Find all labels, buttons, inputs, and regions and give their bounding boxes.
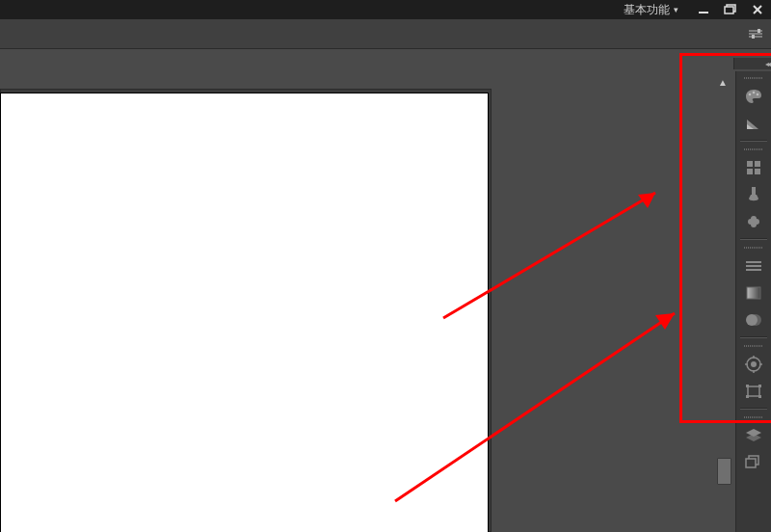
restore-icon — [724, 4, 737, 15]
grid-icon — [746, 160, 761, 175]
swatches-icon — [745, 116, 762, 131]
swatches-panel-button[interactable] — [739, 155, 768, 180]
layers-panel-button[interactable] — [739, 423, 768, 448]
color-panel-button[interactable] — [739, 84, 768, 109]
svg-rect-33 — [746, 385, 749, 387]
maximize-button[interactable] — [717, 0, 744, 19]
dock-separator — [740, 140, 767, 142]
svg-rect-18 — [755, 169, 760, 174]
dock-separator — [740, 336, 767, 338]
dropdown-caret-icon[interactable]: ▾ — [674, 5, 690, 14]
svg-point-10 — [749, 93, 752, 96]
dock-grip-icon[interactable] — [742, 77, 765, 81]
graphic-styles-panel-button[interactable] — [739, 379, 768, 404]
minimize-icon — [698, 4, 709, 15]
options-menu-button[interactable] — [748, 26, 763, 41]
vertical-scrollbar-thumb[interactable] — [717, 458, 731, 485]
transparency-panel-button[interactable] — [739, 307, 768, 332]
stroke-panel-button[interactable] — [739, 253, 768, 279]
artboards-icon — [745, 455, 762, 470]
dock-grip-icon[interactable] — [742, 416, 765, 420]
dock-grip-icon[interactable] — [742, 148, 765, 152]
svg-rect-40 — [746, 459, 756, 467]
close-button[interactable] — [744, 0, 771, 19]
gradient-panel-button[interactable] — [739, 280, 768, 306]
svg-rect-32 — [748, 386, 759, 396]
canvas-frame — [0, 89, 492, 532]
svg-rect-16 — [755, 161, 760, 167]
svg-rect-17 — [747, 169, 753, 174]
close-icon — [752, 4, 763, 15]
artboards-panel-button[interactable] — [739, 450, 768, 475]
svg-rect-23 — [747, 287, 760, 299]
brushes-panel-button[interactable] — [739, 182, 768, 207]
symbols-panel-button[interactable] — [739, 209, 768, 234]
svg-point-11 — [753, 92, 756, 94]
clone-icon — [745, 214, 762, 229]
svg-rect-36 — [758, 395, 761, 398]
brush-icon — [746, 186, 761, 203]
gradient-icon — [746, 286, 761, 300]
dock-expand-button[interactable]: ◂◂ — [733, 58, 771, 69]
appearance-icon — [745, 356, 762, 373]
panel-dock — [735, 71, 771, 532]
layers-icon — [745, 428, 762, 443]
svg-rect-0 — [699, 12, 708, 13]
svg-point-27 — [751, 361, 757, 367]
canvas[interactable] — [0, 93, 489, 532]
dock-separator — [740, 238, 767, 240]
svg-marker-38 — [746, 434, 761, 441]
svg-rect-9 — [752, 35, 755, 39]
dock-grip-icon[interactable] — [742, 345, 765, 349]
stroke-icon — [745, 259, 762, 273]
svg-point-12 — [757, 93, 759, 96]
panel-collapse-arrow-icon[interactable]: ▲ — [717, 77, 729, 89]
svg-rect-8 — [758, 29, 760, 33]
transform-icon — [745, 384, 762, 399]
appearance-panel-button[interactable] — [739, 352, 768, 377]
workspace-switcher-label[interactable]: 基本功能 — [618, 2, 674, 18]
title-bar: 基本功能 ▾ — [0, 0, 771, 19]
svg-rect-34 — [758, 385, 761, 387]
expand-chevrons-icon: ◂◂ — [765, 60, 769, 68]
options-bar — [0, 19, 771, 49]
transparency-icon — [745, 312, 762, 328]
svg-point-25 — [750, 314, 761, 326]
svg-rect-35 — [746, 395, 749, 398]
color-palette-icon — [745, 89, 762, 104]
svg-rect-15 — [747, 161, 753, 167]
minimize-button[interactable] — [690, 0, 717, 19]
svg-rect-19 — [752, 187, 756, 195]
dock-grip-icon[interactable] — [742, 247, 765, 251]
svg-rect-2 — [725, 7, 733, 13]
sliders-icon — [749, 29, 762, 39]
color-guide-panel-button[interactable] — [739, 111, 768, 136]
dock-separator — [740, 408, 767, 410]
